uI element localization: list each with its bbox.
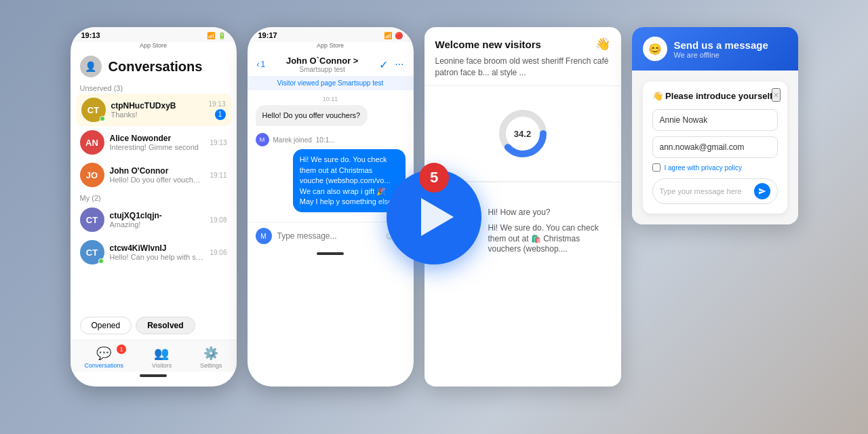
donut-value: 34.2 [514,128,531,138]
home-indicator-1 [140,374,167,377]
conv-avatar-2: AN [80,130,104,155]
chat-time-1: 10:11 [256,96,406,102]
online-dot [100,116,105,121]
conv-msg-4: Amazing! [110,220,205,229]
conv-info-4: ctujXQ1clqjn- Amazing! [110,211,205,229]
conv-meta-3: 19:11 [210,172,226,179]
visitor-text: Visitor viewed page [277,79,336,87]
conv-info-5: ctcw4KiWlvnIJ Hello! Can you help with s… [110,243,205,261]
agent-avatar: M [256,133,269,146]
app-store-label-2: App Store [248,42,414,50]
conv-item-john[interactable]: JO John O'Connor Hello! Do you offer vou… [71,159,237,191]
conv-meta-2: 19:13 [210,139,226,146]
conv-meta-5: 19:06 [210,249,226,256]
contact-sub: Smartsupp test [271,66,374,73]
send-icon [758,187,766,195]
status-icons-1: 📶 🔋 [207,32,226,39]
privacy-check: I agree with privacy policy [652,163,778,172]
conv-avatar-1: CT [81,98,106,122]
conv-time-1: 19:13 [208,100,225,108]
conv-info-2: Alice Nowonder Interesting! Gimme second [110,134,205,151]
more-action[interactable]: ··· [395,58,403,71]
conv-name-5: ctcw4KiWlvnIJ [110,243,205,253]
panel-send-message: 😊 Send us a message We are offline × 👋 P… [632,27,798,224]
conv-name-4: ctujXQ1clqjn- [110,211,205,220]
visitor-link[interactable]: Smartsupp test [338,79,383,87]
conv-time-4: 19:08 [210,216,226,224]
conversations-title: Conversations [108,59,203,75]
home-indicator-2 [317,252,344,255]
send-message-titles: Send us a message We are offline [674,39,768,59]
chat-bubble-incoming: Hello! Do you offer vouchers? [256,105,368,126]
tab-opened[interactable]: Opened [80,317,132,334]
close-button[interactable]: × [772,88,780,102]
conv-name-2: Alice Nowonder [110,134,205,143]
message-input-row: Type your message here [652,178,778,204]
welcome-msg: Leonine face broom old west sheriff Fren… [435,56,610,79]
send-button[interactable] [754,183,770,199]
status-bar-1: 19:13 📶 🔋 [71,27,237,42]
conv-msg-1: Thanks! [111,111,203,119]
conv-item-active[interactable]: CT ctpNHucTUDxyB Thanks! 19:13 1 [76,94,231,126]
nav-conversations[interactable]: 💬1 Conversations [84,346,123,369]
user-avatar: 👤 [80,56,102,77]
donut-area: 34.2 [425,86,621,181]
conv-avatar-5: CT [80,240,104,264]
conv-name-3: John O'Connor [110,166,205,176]
wave-icon: 👋 [595,37,610,52]
play-triangle-icon [421,198,454,236]
conv-avatar-3: JO [80,163,104,187]
play-circle[interactable]: 5 [387,170,481,264]
chat-header: ‹ 1 John O`Connor > Smartsupp test ✓ ··· [248,50,414,76]
privacy-checkbox[interactable] [652,163,660,172]
message-placeholder: Type your message here [660,187,749,195]
back-button[interactable]: ‹ 1 [257,60,266,69]
visitors-icon: 👥 [154,346,169,361]
email-field[interactable]: ann.nowak@gmail.com [652,136,778,158]
donut-chart: 34.2 [496,106,550,161]
settings-icon: ⚙️ [203,346,218,361]
nav-visitors-label: Visitors [152,362,172,369]
introduce-title: 👋 Please introduce yourself [652,91,778,101]
phone-1-screen: 👤 Conversations Unserved (3) CT ctpNHucT… [71,50,237,381]
contact-info: John O`Connor > Smartsupp test [271,56,374,73]
visitor-bar: Visitor viewed page Smartsupp test [248,76,414,90]
conv-msg-5: Hello! Can you help with something? [110,253,205,261]
phone-conversations: 19:13 📶 🔋 App Store 👤 Conversations Unse… [71,27,237,387]
nav-settings-label: Settings [200,362,222,369]
send-message-title: Send us a message [674,39,768,51]
play-button-overlay[interactable]: 5 [387,170,481,264]
introduce-card: × 👋 Please introduce yourself Annie Nowa… [643,81,787,214]
contact-name: John O`Connor > [271,56,374,66]
nav-settings[interactable]: ⚙️ Settings [200,346,222,369]
section-my: My (2) [71,191,237,203]
conv-badge-1: 1 [215,109,226,120]
status-icons-2: 📶 🔴 [384,32,403,39]
app-store-label-1: App Store [71,42,237,50]
shortcut-desc-voucher: Hi! We sure do. You can check them out a… [488,223,612,255]
episode-badge: 5 [419,163,449,193]
online-dot-2 [98,258,104,264]
privacy-label[interactable]: I agree with privacy policy [665,164,743,172]
check-action[interactable]: ✓ [379,58,388,71]
message-input[interactable] [277,231,379,241]
nav-visitors[interactable]: 👥 Visitors [152,346,172,369]
time-2: 19:17 [258,31,277,39]
conv-msg-2: Interesting! Gimme second [110,143,205,151]
tab-buttons: Opened Resolved [71,311,237,340]
back-count: 1 [261,60,266,69]
conv-time-5: 19:06 [210,249,226,256]
bottom-nav: 💬1 Conversations 👥 Visitors ⚙️ Settings [71,340,237,372]
conversations-icon: 💬1 [96,346,111,361]
nav-conversations-label: Conversations [84,362,123,369]
conv-meta-4: 19:08 [210,216,226,224]
conv-msg-3: Hello! Do you offer vouchers? [110,176,205,184]
conv-item-ct1[interactable]: CT ctujXQ1clqjn- Amazing! 19:08 [71,203,237,236]
conv-item-alice[interactable]: AN Alice Nowonder Interesting! Gimme sec… [71,126,237,159]
conv-info-1: ctpNHucTUDxyB Thanks! [111,101,203,119]
tab-resolved[interactable]: Resolved [136,317,195,334]
conv-item-ct2[interactable]: CT ctcw4KiWlvnIJ Hello! Can you help wit… [71,236,237,269]
agent-joined-text: Marek joined [273,136,312,144]
name-field[interactable]: Annie Nowak [652,109,778,131]
section-unserved: Unserved (3) [71,81,237,94]
